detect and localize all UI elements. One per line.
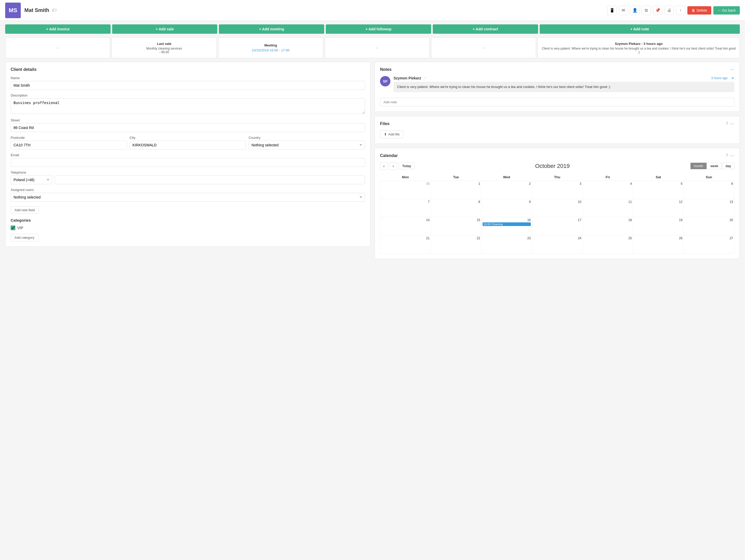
notes-minimize-icon[interactable]: — (730, 67, 734, 72)
note-author-avatar: SP (380, 76, 390, 87)
cal-day-number: 11 (584, 200, 632, 204)
description-input[interactable] (11, 98, 365, 114)
note-star-icon[interactable]: ☆ (423, 76, 427, 80)
print-icon-btn[interactable]: 🖨 (665, 6, 674, 15)
add-note-button[interactable]: + Add note (540, 24, 740, 34)
files-panel: Files ? — ⬆ Add file (375, 116, 740, 144)
calendar-cell[interactable]: 18 (583, 217, 633, 235)
calendar-help-icon[interactable]: ? (726, 153, 728, 158)
user-icon-btn[interactable]: 👤 (630, 6, 640, 15)
note-delete-icon[interactable]: ✕ (731, 76, 734, 80)
calendar-cell[interactable]: 9 (481, 199, 532, 217)
calendar-cell[interactable]: 1616:00 Cleaning (481, 217, 532, 235)
calendar-cell[interactable]: 3 (532, 180, 583, 199)
calendar-cell[interactable]: 7 (380, 199, 431, 217)
note-time: 3 hours ago (711, 76, 727, 80)
cal-day-number: 26 (634, 236, 682, 240)
invoice-summary-card: - (5, 37, 110, 58)
add-sale-button[interactable]: + Add sale (112, 24, 218, 34)
calendar-cell[interactable]: 17 (532, 217, 583, 235)
vip-checkbox[interactable] (11, 226, 15, 230)
calendar-row: 21222324252627 (380, 235, 734, 253)
calendar-cell[interactable]: 11 (583, 199, 633, 217)
cal-day-number: 7 (381, 200, 430, 204)
calendar-cell[interactable]: 21 (380, 235, 431, 253)
calendar-cell[interactable]: 19 (633, 217, 684, 235)
calendar-cell[interactable]: 15 (431, 217, 481, 235)
goback-button[interactable]: ← Go back (713, 6, 740, 14)
postcode-city-country-row: Postcode City Country Nothing selected (11, 136, 365, 153)
mobile-icon-btn[interactable]: 📱 (608, 6, 617, 15)
calendar-cell[interactable]: 22 (431, 235, 481, 253)
city-input[interactable] (130, 141, 246, 150)
add-invoice-button[interactable]: + Add invoice (5, 24, 110, 34)
files-help-icon[interactable]: ? (726, 122, 728, 126)
calendar-cell[interactable]: 23 (481, 235, 532, 253)
calendar-cell[interactable]: 1 (431, 180, 481, 199)
calendar-cell[interactable]: 24 (532, 235, 583, 253)
add-file-button[interactable]: ⬆ Add file (380, 130, 403, 138)
calendar-cell[interactable]: 25 (583, 235, 633, 253)
meeting-date[interactable]: 23/10/2019 16:00 - 17:00 (252, 48, 289, 52)
contract-dash: - (483, 45, 485, 51)
client-details-title: Client details (11, 67, 37, 72)
left-panel: Client details Name Description Street P… (5, 62, 370, 259)
calendar-cell[interactable]: 2 (481, 180, 532, 199)
pin-icon-btn[interactable]: 📌 (653, 6, 662, 15)
calendar-cell[interactable]: 14 (380, 217, 431, 235)
calendar-event[interactable]: 16:00 Cleaning (483, 222, 531, 226)
contract-summary-card: - (431, 37, 536, 58)
meeting-summary-card: Meeting 23/10/2019 16:00 - 17:00 (218, 37, 323, 58)
calendar-cell[interactable]: 13 (684, 199, 734, 217)
postcode-input[interactable] (11, 141, 127, 150)
calendar-cell[interactable]: 26 (633, 235, 684, 253)
cal-day-number: 10 (533, 200, 581, 204)
sale-sub2: - 99.00 (159, 51, 169, 54)
cal-week-button[interactable]: week (707, 163, 722, 169)
cal-day-number: 6 (685, 182, 733, 186)
calendar-cell[interactable]: 27 (684, 235, 734, 253)
add-category-button[interactable]: Add category (11, 234, 38, 241)
cal-day-button[interactable]: day (722, 163, 734, 169)
add-note-input[interactable] (380, 98, 734, 106)
cal-today-button[interactable]: Today (399, 163, 415, 169)
add-meeting-button[interactable]: + Add meeting (219, 24, 324, 34)
trash-icon: 🗑 (691, 8, 695, 12)
calendar-cell[interactable]: 20 (684, 217, 734, 235)
copy-icon-btn[interactable]: ⧉ (642, 6, 651, 15)
assigned-users-group: Assigned users Nothing selected (11, 188, 365, 202)
upload-icon-btn[interactable]: ↑ (676, 6, 685, 15)
cal-day-number: 16 (483, 218, 531, 222)
cal-month-button[interactable]: month (690, 163, 707, 169)
cal-prev-button[interactable]: ‹ (380, 162, 388, 170)
delete-button[interactable]: 🗑 Delete (687, 6, 711, 14)
calendar-cell[interactable]: 30 (380, 180, 431, 199)
calendar-minimize-icon[interactable]: — (730, 153, 734, 158)
cal-month-title: October 2019 (416, 163, 689, 169)
note-meta: Szymon Piekarz ☆ 3 hours ago ✕ (393, 76, 734, 80)
calendar-cell[interactable]: 4 (583, 180, 633, 199)
cal-day-thu: Thu (532, 174, 583, 181)
email-icon-btn[interactable]: ✉ (619, 6, 628, 15)
cal-day-number: 21 (381, 236, 430, 240)
email-input[interactable] (11, 158, 365, 167)
add-contract-button[interactable]: + Add contract (433, 24, 538, 34)
add-new-field-button[interactable]: Add new field (11, 206, 39, 214)
telephone-input[interactable] (55, 175, 365, 184)
calendar-cell[interactable]: 5 (633, 180, 684, 199)
calendar-cell[interactable]: 8 (431, 199, 481, 217)
calendar-row: 30123456 (380, 180, 734, 199)
add-followup-button[interactable]: + Add followup (326, 24, 431, 34)
cal-next-button[interactable]: › (389, 162, 397, 170)
cal-day-number: 24 (533, 236, 581, 240)
calendar-cell[interactable]: 10 (532, 199, 583, 217)
street-input[interactable] (11, 123, 365, 132)
telephone-country-select[interactable]: Poland (+48) (11, 175, 52, 184)
calendar-cell[interactable]: 12 (633, 199, 684, 217)
cal-day-number: 1 (432, 182, 480, 186)
country-select[interactable]: Nothing selected (249, 141, 365, 150)
files-minimize-icon[interactable]: — (730, 122, 734, 126)
calendar-cell[interactable]: 6 (684, 180, 734, 199)
assigned-users-select[interactable]: Nothing selected (11, 193, 365, 202)
name-input[interactable] (11, 81, 365, 90)
